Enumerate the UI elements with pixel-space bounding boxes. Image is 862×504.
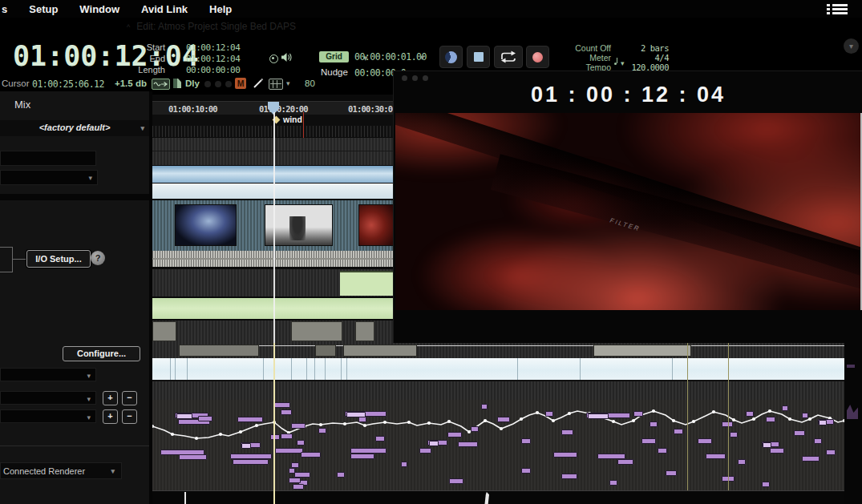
midi-note[interactable] [337,472,345,478]
midi-note[interactable] [289,478,301,483]
clip-segment[interactable] [315,345,336,357]
midi-note[interactable] [730,432,738,437]
track-height-value[interactable]: 80 [305,79,315,88]
renderer-dropdown[interactable]: Connected Renderer ▾ [0,462,122,479]
io-setup-button[interactable]: I/O Setup... [26,250,91,268]
target-icon[interactable] [269,54,278,63]
midi-note[interactable] [617,459,633,465]
midi-note[interactable] [375,436,385,442]
midi-note[interactable] [826,450,836,455]
window-minimize-icon[interactable] [412,75,418,81]
remove-button[interactable]: − [122,409,137,424]
midi-note[interactable] [401,462,407,467]
midi-note[interactable] [458,442,478,447]
menu-item-setup[interactable]: Setup [29,3,58,15]
count-block-value[interactable]: 4/4 [619,53,669,62]
midi-note[interactable] [471,426,479,432]
midi-note[interactable] [609,480,617,486]
midi-note[interactable] [698,438,712,444]
midi-note[interactable] [802,456,820,462]
menu-item-window[interactable]: Window [79,3,119,15]
midi-note[interactable] [597,454,625,459]
midi-note[interactable] [291,423,306,429]
grid-mode-button[interactable]: Grid [319,51,349,62]
preset-dropdown[interactable]: <factory default> ▾ [0,120,149,136]
midi-note[interactable] [763,442,771,448]
midi-note[interactable] [429,441,439,446]
clip-segment[interactable] [593,345,691,357]
midi-note[interactable] [802,413,808,418]
grid-link-dropdown-arrow[interactable]: ▾ [286,79,290,87]
midi-note[interactable] [666,470,677,476]
midi-note[interactable] [770,448,784,454]
loop-play-button[interactable] [494,46,523,68]
midi-note[interactable] [293,484,304,490]
layers-icon[interactable] [173,79,181,88]
clip-track-row[interactable] [152,343,844,358]
output-dropdown[interactable]: ▾ [0,170,98,185]
midi-note[interactable] [641,438,656,444]
midi-note[interactable] [738,459,746,465]
midi-note[interactable] [674,429,683,434]
midi-note[interactable] [179,454,207,460]
selection-value[interactable]: 00:00:00:00 [186,65,240,75]
midi-note[interactable] [318,428,326,433]
pencil-icon[interactable] [253,78,264,92]
add-button[interactable]: + [103,409,118,424]
midi-note[interactable] [358,417,366,422]
fade-icon[interactable] [152,79,170,90]
midi-editor-area[interactable] [152,400,844,490]
midi-note[interactable] [301,452,321,458]
automation-track-row[interactable] [152,381,844,400]
midi-note[interactable] [274,402,290,408]
midi-note[interactable] [241,443,251,449]
midi-note[interactable] [766,417,775,422]
gain-value[interactable]: +1.5 db [115,79,147,88]
midi-note[interactable] [237,417,263,422]
name-field[interactable] [0,151,96,166]
window-close-icon[interactable] [402,75,407,81]
gray-clip[interactable] [355,321,374,341]
stop-button[interactable] [467,46,490,68]
midi-note[interactable] [782,405,788,411]
tempo-note-icon[interactable] [614,62,617,65]
midi-note[interactable] [449,478,463,484]
midi-note[interactable] [447,432,462,437]
playhead-line[interactable] [273,343,275,504]
midi-note[interactable] [561,474,577,479]
speaker-icon[interactable] [281,51,292,66]
mute-badge[interactable]: M [235,78,246,89]
midi-note[interactable] [176,413,192,419]
midi-note[interactable] [350,448,386,454]
midi-note[interactable] [350,454,374,459]
grid-dropdown-arrow[interactable]: ▾ [420,53,424,62]
midi-note[interactable] [521,468,531,474]
video-window[interactable]: 01 : 00 : 12 : 04 FILTER [393,71,862,344]
selection-value[interactable]: 01:00:12:04 [186,54,240,64]
clip-segment[interactable] [179,345,259,357]
midi-note[interactable] [819,420,827,425]
white-clip-strip[interactable] [152,358,844,380]
gray-clip[interactable] [291,321,342,341]
menu-item-avid-link[interactable]: Avid Link [141,3,188,15]
midi-note[interactable] [545,411,553,417]
group-dropdown-1[interactable]: ▾ [0,391,96,405]
midi-note[interactable] [633,411,643,417]
midi-note[interactable] [291,462,299,468]
configure-button[interactable]: Configure... [63,346,140,361]
midi-note[interactable] [497,417,510,422]
clip-segment[interactable] [343,345,417,357]
menu-item-help[interactable]: Help [209,3,232,15]
grid-value[interactable]: 00:00:00:01.00 [354,51,427,62]
midi-note[interactable] [270,434,280,440]
group-dropdown-2[interactable]: ▾ [0,409,96,423]
add-button[interactable]: + [103,391,118,405]
menu-list-icon[interactable] [827,4,848,14]
midi-note[interactable] [553,452,577,458]
midi-note[interactable] [706,454,726,459]
midi-note[interactable] [281,409,292,415]
transport-expand-button[interactable]: ▾ [844,38,859,54]
help-button[interactable]: ? [91,251,105,265]
midi-note[interactable] [281,433,293,439]
midi-note[interactable] [198,416,212,421]
